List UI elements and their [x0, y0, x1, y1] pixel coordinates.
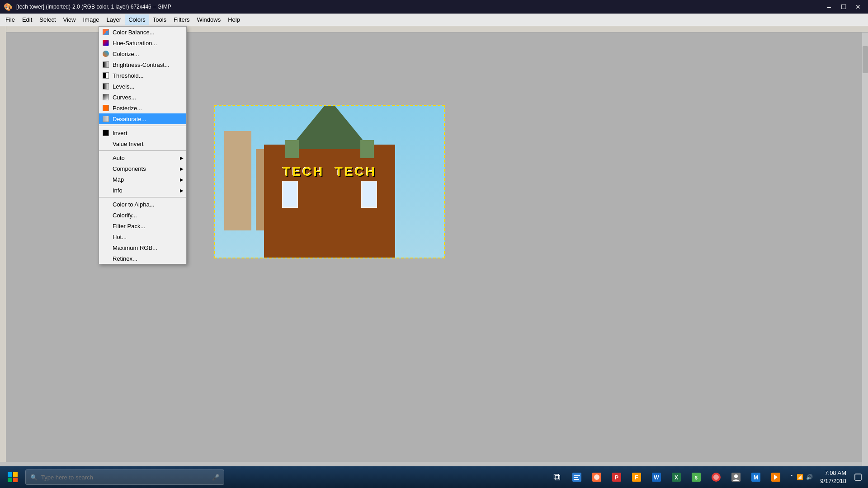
- svg-text:M: M: [754, 474, 758, 481]
- ruler-vertical: [0, 26, 6, 462]
- svg-point-9: [594, 474, 599, 480]
- menu-edit[interactable]: Edit: [19, 14, 36, 25]
- taskbar-icon-7[interactable]: $: [686, 467, 706, 487]
- svg-text:$: $: [695, 475, 698, 480]
- svg-rect-1: [13, 472, 18, 477]
- search-input[interactable]: [41, 474, 208, 481]
- taskbar: 🔍 🎤 ⧉ P F W: [0, 466, 868, 488]
- menu-threshold[interactable]: Threshold...: [99, 70, 186, 81]
- svg-rect-5: [574, 475, 580, 476]
- posterize-icon: [102, 104, 110, 112]
- vscroll-thumb[interactable]: [863, 46, 868, 73]
- taskbar-icon-2[interactable]: [587, 467, 607, 487]
- menu-value-invert[interactable]: Value Invert: [99, 138, 186, 149]
- minimize-button[interactable]: –: [823, 2, 835, 12]
- colors-dropdown-menu: Color Balance... Hue-Saturation... Color…: [99, 26, 187, 264]
- menu-maximum-rgb[interactable]: Maximum RGB...: [99, 242, 186, 253]
- turret-right: [360, 140, 374, 158]
- svg-rect-0: [8, 472, 12, 477]
- taskbar-icon-11[interactable]: [766, 467, 786, 487]
- curves-icon: [102, 93, 110, 101]
- notification-icon: [854, 474, 862, 481]
- separator-3: [99, 197, 186, 197]
- menu-image[interactable]: Image: [79, 14, 103, 25]
- window-left: [282, 181, 298, 208]
- separator-2: [99, 150, 186, 151]
- tower-body: [264, 145, 395, 258]
- taskbar-icon-1[interactable]: [567, 467, 587, 487]
- taskbar-icon-8[interactable]: [706, 467, 726, 487]
- taskbar-icon-5[interactable]: W: [646, 467, 666, 487]
- menu-help[interactable]: Help: [224, 14, 244, 25]
- menu-select[interactable]: Select: [36, 14, 59, 25]
- clock-time: 7:08 AM: [820, 469, 846, 477]
- menu-map[interactable]: Map: [99, 174, 186, 185]
- brightness-contrast-icon: [102, 61, 110, 69]
- svg-rect-6: [574, 477, 578, 478]
- menu-windows[interactable]: Windows: [193, 14, 224, 25]
- menu-file[interactable]: File: [2, 14, 19, 25]
- menu-info[interactable]: Info: [99, 185, 186, 196]
- svg-point-23: [734, 474, 738, 478]
- menu-colorize[interactable]: Colorize...: [99, 48, 186, 59]
- start-button[interactable]: [2, 466, 24, 488]
- taskbar-icon-6[interactable]: X: [666, 467, 686, 487]
- menu-tools[interactable]: Tools: [149, 14, 170, 25]
- svg-text:P: P: [615, 474, 618, 481]
- maximize-button[interactable]: ☐: [837, 2, 850, 12]
- volume-icon[interactable]: 🔊: [806, 474, 813, 480]
- taskbar-icon-9[interactable]: [726, 467, 746, 487]
- menu-filter-pack[interactable]: Filter Pack...: [99, 221, 186, 231]
- menu-layer[interactable]: Layer: [103, 14, 125, 25]
- menu-auto[interactable]: Auto: [99, 152, 186, 163]
- menu-hue-saturation[interactable]: Hue-Saturation...: [99, 38, 186, 48]
- taskbar-app3-icon: P: [611, 472, 622, 483]
- tech-sign: TECH TECH: [283, 164, 377, 179]
- menu-curves[interactable]: Curves...: [99, 92, 186, 103]
- menu-retinex[interactable]: Retinex...: [99, 253, 186, 264]
- system-tray: ⌃ 📶 🔊: [786, 474, 816, 480]
- taskbar-app6-icon: X: [671, 472, 682, 483]
- taskbar-app11-icon: [770, 472, 781, 483]
- svg-rect-3: [13, 478, 18, 482]
- taskbar-icon-10[interactable]: M: [746, 467, 766, 487]
- taskbar-icon-taskview[interactable]: ⧉: [547, 467, 567, 487]
- menu-bar: File Edit Select View Image Layer Colors…: [0, 14, 868, 26]
- svg-rect-2: [8, 478, 12, 482]
- vertical-scrollbar[interactable]: [862, 33, 868, 468]
- taskbar-icon-4[interactable]: F: [627, 467, 646, 487]
- chevron-up-icon[interactable]: ⌃: [789, 474, 794, 480]
- taskbar-app2-icon: [591, 472, 602, 483]
- network-icon[interactable]: 📶: [797, 474, 803, 480]
- svg-text:F: F: [635, 474, 638, 481]
- notification-button[interactable]: [850, 467, 866, 487]
- threshold-icon: [102, 71, 110, 80]
- menu-color-balance[interactable]: Color Balance...: [99, 27, 186, 38]
- menu-colors[interactable]: Colors: [125, 14, 149, 25]
- menu-view[interactable]: View: [60, 14, 80, 25]
- menu-desaturate[interactable]: Desaturate...: [99, 113, 186, 124]
- windows-icon: [7, 472, 18, 483]
- menu-hot[interactable]: Hot...: [99, 231, 186, 242]
- microphone-icon[interactable]: 🎤: [212, 474, 219, 481]
- menu-invert[interactable]: Invert: [99, 127, 186, 138]
- menu-brightness-contrast[interactable]: Brightness-Contrast...: [99, 59, 186, 70]
- tower-spire: [289, 106, 370, 149]
- menu-color-to-alpha[interactable]: Color to Alpha...: [99, 199, 186, 210]
- taskbar-app4-icon: F: [631, 472, 642, 483]
- menu-components[interactable]: Components: [99, 163, 186, 174]
- search-bar[interactable]: 🔍 🎤: [25, 469, 224, 485]
- menu-colorify[interactable]: Colorify...: [99, 210, 186, 221]
- menu-posterize[interactable]: Posterize...: [99, 103, 186, 113]
- svg-rect-7: [574, 479, 579, 480]
- menu-filters[interactable]: Filters: [170, 14, 193, 25]
- colorize-icon: [102, 50, 110, 58]
- menu-levels[interactable]: Levels...: [99, 81, 186, 92]
- taskbar-app5-icon: W: [651, 472, 662, 483]
- tower-image: TECH TECH: [215, 106, 444, 258]
- bg-building-left: [224, 131, 251, 230]
- system-clock[interactable]: 7:08 AM 9/17/2018: [816, 469, 850, 485]
- close-button[interactable]: ✕: [852, 2, 864, 12]
- taskbar-icon-3[interactable]: P: [607, 467, 627, 487]
- window-title: [tech tower] (imported)-2.0 (RGB color, …: [16, 4, 171, 10]
